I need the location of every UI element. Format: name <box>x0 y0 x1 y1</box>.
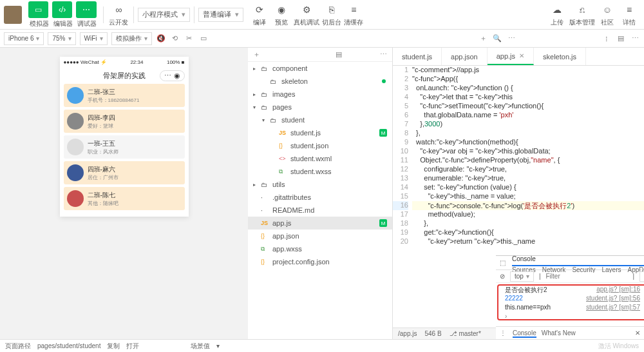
tree-item[interactable]: ⧉app.wxss <box>248 242 392 255</box>
label: 云开发 <box>109 18 128 27</box>
sub-toolbar: iPhone 6 75% WiFi 模拟操作 🔇 ⟲ ✂ ▭ ＋ 🔍 ⋯ ⫶ ▤… <box>0 30 644 48</box>
details-button[interactable]: ≡ <box>620 3 639 17</box>
menu-icon[interactable]: ⋯ <box>506 34 516 44</box>
editor-tab[interactable]: app.json <box>442 48 488 65</box>
more-icon[interactable]: ⋯ <box>380 50 387 59</box>
clear-console-icon[interactable]: ⊘ <box>500 273 505 280</box>
version-button[interactable]: ⎌ <box>573 3 592 17</box>
student-avatar <box>67 139 84 155</box>
user-avatar[interactable] <box>4 6 22 24</box>
close-drawer-icon[interactable]: ✕ <box>635 329 640 337</box>
top-toolbar: ▭模拟器 ‹/›编辑器 ⋯调试器 ∞云开发 小程序模式 普通编译 ⟳编译 ◉预览… <box>0 0 644 30</box>
tree-item[interactable]: ·.gitattributes <box>248 191 392 204</box>
source-link[interactable]: app.js? [sm]:16 <box>596 286 640 295</box>
tree-item[interactable]: ⧉student.wxss <box>248 165 392 178</box>
layout-icon[interactable]: ▤ <box>616 34 626 44</box>
debugger-button[interactable]: ⋯ <box>76 1 97 18</box>
battery: 100% ■ <box>167 59 185 65</box>
student-card[interactable]: 二班-张三手机号：18620884671 <box>64 84 185 107</box>
add-icon[interactable]: ＋ <box>478 34 488 44</box>
tree-item[interactable]: ▸🗀utils <box>248 178 392 191</box>
remote-debug-button[interactable]: ⚙ <box>297 3 316 17</box>
compile-button[interactable]: ⟳ <box>250 3 269 17</box>
preview-button[interactable]: ◉ <box>272 3 291 17</box>
clear-cache-button[interactable]: ≡ <box>344 3 363 17</box>
devtools-tabs: ⬚ ConsoleSourcesNetworkSecurityLayersApp… <box>496 256 644 270</box>
editor-tab[interactable]: app.js✕ <box>488 48 534 65</box>
tree-item[interactable]: {}app.json <box>248 230 392 242</box>
devtools-tab[interactable]: Console <box>512 252 644 266</box>
open-link[interactable]: 打开 <box>126 342 139 351</box>
menu-icon[interactable]: ⋯ <box>164 72 171 80</box>
zoom-select[interactable]: 75% <box>48 32 75 45</box>
student-card[interactable]: 二班-陈七其他：随缘吧 <box>64 187 185 210</box>
inspect-icon[interactable]: ⬚ <box>500 259 506 266</box>
drawer-menu-icon[interactable]: ⋮ <box>500 329 506 337</box>
editor-tabs: student.jsapp.jsonapp.js✕skeleton.js <box>393 48 644 66</box>
mode-select[interactable]: 小程序模式 <box>138 8 190 22</box>
upload-button[interactable]: ☁ <box>547 3 567 17</box>
console-filter-bar: ⊘ top | | Default levels ⚙ <box>496 270 644 283</box>
device-select[interactable]: iPhone 6 <box>4 32 44 45</box>
compile-select[interactable]: 普通编译 <box>198 8 243 22</box>
console-pane: ⬚ ConsoleSourcesNetworkSecurityLayersApp… <box>496 255 644 339</box>
student-card[interactable]: 一班-王五职业：风水师 <box>64 135 185 159</box>
student-avatar <box>67 87 84 104</box>
tree-item[interactable]: {}student.json <box>248 139 392 152</box>
page-title: 骨架屏的实践 <box>103 71 146 81</box>
simulator-button[interactable]: ▭ <box>28 1 48 18</box>
community-button[interactable]: ☺ <box>598 3 617 17</box>
source-link[interactable]: student.js? [sm]:57 <box>586 304 640 313</box>
console-line: 是否会被执行2app.js? [sm]:16 <box>500 286 640 295</box>
close-tab-icon[interactable]: ✕ <box>519 52 524 59</box>
editor-tab[interactable]: student.js <box>393 48 442 65</box>
source-link[interactable]: student.js? [sm]:56 <box>586 295 640 304</box>
level-select[interactable]: Default levels <box>639 271 644 282</box>
drawer-tab[interactable]: What's New <box>542 329 576 337</box>
editor-button[interactable]: ‹/› <box>52 1 72 18</box>
filter-input[interactable] <box>546 273 628 280</box>
tree-item[interactable]: JSapp.jsM <box>248 217 392 230</box>
mute-icon[interactable]: 🔇 <box>156 34 166 44</box>
cloud-dev-button[interactable]: ∞ <box>109 3 128 17</box>
network-select[interactable]: WiFi <box>80 32 108 45</box>
student-card[interactable]: 四班-李四爱好：篮球 <box>64 110 185 133</box>
editor-tab[interactable]: skeleton.js <box>534 48 586 65</box>
add-file-icon[interactable]: ＋ <box>253 50 260 59</box>
more-icon[interactable]: ⋯ <box>630 34 640 44</box>
rotate-icon[interactable]: ⟲ <box>170 34 180 44</box>
student-sub: 居住：广州市 <box>88 174 118 181</box>
tree-item[interactable]: ·README.md <box>248 204 392 217</box>
background-button[interactable]: ⎘ <box>322 3 341 17</box>
action-select[interactable]: 模拟操作 <box>111 32 152 45</box>
cut-icon[interactable]: ✂ <box>184 34 194 44</box>
tree-item[interactable]: ▸🗀component <box>248 62 392 75</box>
tree-item[interactable]: ▾🗀student <box>248 113 392 126</box>
split-icon[interactable]: ⫶ <box>601 34 612 44</box>
collapse-icon[interactable]: ▤ <box>336 50 342 59</box>
search-icon[interactable]: 🔍 <box>492 34 502 44</box>
context-select[interactable]: top <box>510 271 534 282</box>
tree-item[interactable]: <>student.wxml <box>248 152 392 165</box>
student-card[interactable]: 四班-麻六居住：广州市 <box>64 161 185 184</box>
tree-item[interactable]: ▸🗀images <box>248 88 392 101</box>
label: 预览 <box>275 18 288 27</box>
label: 切后台 <box>322 18 341 27</box>
label: 真机调试 <box>294 18 319 27</box>
phone-frame: ●●●●● WeChat ⚡ 22:34 100% ■ 骨架屏的实践 ⋯◉ 二班… <box>60 57 189 217</box>
label: 调试器 <box>77 19 97 28</box>
page-path: pages/student/student <box>37 342 100 349</box>
tree-item[interactable]: {}project.config.json <box>248 255 392 268</box>
console-drawer-tabs: ⋮ ConsoleWhat's New ✕ <box>496 326 644 339</box>
drawer-tab[interactable]: Console <box>513 329 536 338</box>
label: 清缓存 <box>344 18 363 27</box>
tree-item[interactable]: ▾🗀pages <box>248 101 392 113</box>
student-sub: 其他：随缘吧 <box>88 200 118 207</box>
expand-icon[interactable]: ▭ <box>198 34 209 44</box>
console-output[interactable]: 是否会被执行2app.js? [sm]:1622222student.js? [… <box>496 283 644 326</box>
copy-link[interactable]: 复制 <box>107 342 120 351</box>
tree-item[interactable]: 🗀skeleton <box>248 75 392 88</box>
git-branch[interactable]: ⎇ master* <box>450 330 481 337</box>
close-icon[interactable]: ◉ <box>174 72 180 80</box>
tree-item[interactable]: JSstudent.jsM <box>248 126 392 139</box>
